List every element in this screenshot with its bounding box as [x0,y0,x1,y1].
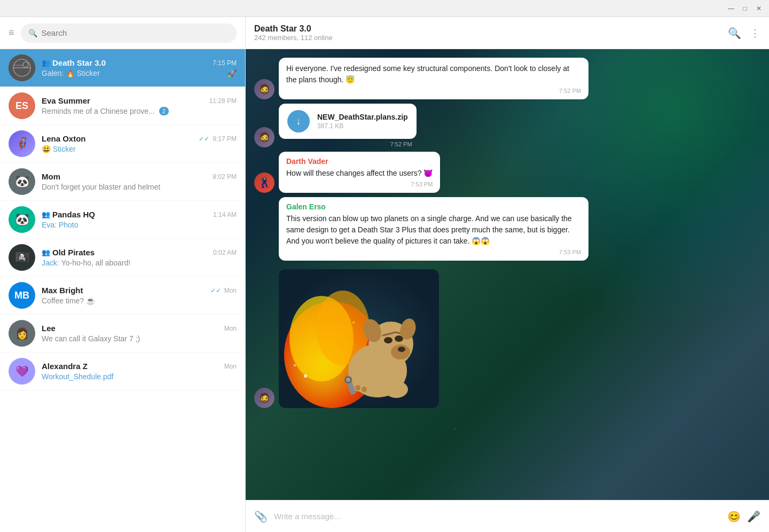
avatar-lee: 👩 [9,320,35,347]
sticker-sender-avatar: 🧔 [254,388,274,408]
avatar-alexandra: 💜 [9,358,35,385]
message-text-1: Hi everyone. I've redesigned some key st… [286,63,581,85]
maximize-button[interactable]: □ [741,5,749,12]
chat-time-pandas: 1:14 AM [213,211,237,218]
chat-info-eva-summer: Eva Summer 11:28 PM Reminds me of a Chin… [42,96,237,115]
sidebar: ≡ 🔍 [0,17,246,532]
chat-name-lee: Lee [42,324,56,333]
voice-icon[interactable]: 🎤 [747,510,760,523]
message-input[interactable] [274,512,721,521]
search-icon: 🔍 [28,29,37,37]
svg-point-16 [398,347,405,352]
file-size: 387.1 KB [317,122,408,130]
group-icon-pirates: 👥 [42,248,50,256]
chat-subtitle: 242 members, 112 online [254,34,728,42]
file-download-button[interactable]: ↓ [287,110,310,132]
chat-preview-alexandra: Workout_Shedule.pdf [42,372,237,381]
chat-info-mom: Mom 8:02 PM Don't forget your blaster an… [42,172,237,191]
sticker-row: 🧔 [254,269,760,408]
search-chat-button[interactable]: 🔍 [728,27,741,40]
messages-area: 🧔 Hi everyone. I've redesigned some key … [246,49,769,500]
message-bubble-4: Galen Erso This version can blow up two … [279,197,588,261]
message-bubble-1: Hi everyone. I've redesigned some key st… [279,58,588,99]
chat-info-lena: Lena Oxton ✓✓ 9:17 PM 😀 Sticker [42,134,237,153]
chat-item-pandas-hq[interactable]: 🐼 👥 Pandas HQ 1:14 AM Eva: Photo [0,201,245,239]
chat-info-max: Max Bright ✓✓ Mon Coffee time? ☕ [42,286,237,305]
chat-item-lee[interactable]: 👩 Lee Mon We can call it Galaxy Star 7 ;… [0,315,245,353]
emoji-icon[interactable]: 😊 [727,510,741,523]
chat-item-eva-summer[interactable]: ES Eva Summer 11:28 PM Reminds me of a C… [0,87,245,125]
message-time-4: 7:53 PM [286,249,581,255]
unread-badge-eva: 2 [159,107,169,115]
sidebar-header: ≡ 🔍 [0,17,245,49]
chat-header-info: Death Star 3.0 242 members, 112 online [254,24,728,42]
svg-point-17 [384,337,393,343]
chat-header-actions: 🔍 ⋮ [728,27,760,40]
chat-item-alexandra[interactable]: 💜 Alexandra Z Mon Workout_Shedule.pdf [0,353,245,390]
chat-preview-max: Coffee time? ☕ [42,296,237,305]
menu-icon[interactable]: ≡ [9,27,14,38]
svg-point-23 [355,385,360,390]
chat-time-death-star: 7:15 PM [213,59,237,67]
chat-item-death-star[interactable]: 👥 Death Star 3.0 7:15 PM Galen: 🔥 Sticke… [0,49,245,87]
chat-time-max: Mon [224,287,237,294]
svg-point-11 [294,364,296,366]
message-row-3: 🦹 Darth Vader How will these changes aff… [254,152,760,193]
avatar-eva-summer: ES [9,92,35,119]
msg-avatar-2: 🧔 [254,127,274,147]
group-icon: 👥 [42,59,50,67]
chat-name-death-star: 👥 Death Star 3.0 [42,58,106,67]
chat-item-lena-oxton[interactable]: 🦸 Lena Oxton ✓✓ 9:17 PM 😀 Sticker [0,125,245,163]
chat-item-old-pirates[interactable]: 🏴‍☠️ 👥 Old Pirates 0:02 AM Jack: Yo-ho-h… [0,239,245,277]
attachment-icon[interactable]: 📎 [254,510,268,523]
search-input[interactable] [42,28,229,37]
chat-title: Death Star 3.0 [254,24,728,34]
chat-time-alexandra: Mon [224,363,237,370]
file-name: NEW_DeathStar.plans.zip [317,113,408,121]
avatar-pandas-hq: 🐼 [9,206,35,233]
sticker-message [279,269,439,408]
close-button[interactable]: ✕ [755,5,763,12]
svg-point-27 [346,378,350,382]
svg-point-24 [362,387,367,392]
chat-area: Death Star 3.0 242 members, 112 online 🔍… [246,17,769,532]
avatar-max-bright: MB [9,282,35,309]
avatar-death-star [9,54,35,81]
chat-header-row: 👥 Death Star 3.0 7:15 PM [42,58,237,67]
chat-item-max-bright[interactable]: MB Max Bright ✓✓ Mon Coffee time? ☕ [0,277,245,315]
chat-time-lee: Mon [224,325,237,332]
chat-name-lena: Lena Oxton [42,134,86,143]
file-bubble: ↓ NEW_DeathStar.plans.zip 387.1 KB [279,104,417,139]
chat-preview-pandas: Eva: Photo [42,221,237,229]
chat-time-mom: 8:02 PM [213,173,237,181]
chat-preview-mom: Don't forget your blaster and helmet [42,183,237,191]
more-options-button[interactable]: ⋮ [750,27,760,40]
sender-name-darth: Darth Vader [286,157,433,166]
app: ≡ 🔍 [0,17,769,532]
svg-point-15 [391,345,410,359]
chat-info-lee: Lee Mon We can call it Galaxy Star 7 ;) [42,324,237,343]
group-icon-pandas: 👥 [42,210,50,218]
chat-info-death-star: 👥 Death Star 3.0 7:15 PM Galen: 🔥 Sticke… [42,58,237,77]
chat-time-pirates: 0:02 AM [213,249,237,256]
file-info: NEW_DeathStar.plans.zip 387.1 KB [317,113,408,130]
avatar-mom: 🐼 [9,168,35,195]
chat-name-mom: Mom [42,172,60,181]
chat-preview-eva: Reminds me of a Chinese prove... 2 [42,107,237,115]
pin-icon: 🚀 [227,69,237,77]
chat-name-max: Max Bright [42,286,83,295]
svg-point-12 [352,322,355,324]
chat-time-eva: 11:28 PM [209,97,237,105]
chat-name-eva-summer: Eva Summer [42,96,90,105]
chat-list: 👥 Death Star 3.0 7:15 PM Galen: 🔥 Sticke… [0,49,245,532]
message-row-4: Galen Erso This version can blow up two … [254,197,760,261]
search-box[interactable]: 🔍 [21,24,237,43]
minimize-button[interactable]: — [727,5,735,12]
chat-header: Death Star 3.0 242 members, 112 online 🔍… [246,17,769,49]
msg-avatar-1: 🧔 [254,79,274,99]
chat-preview-lena: 😀 Sticker [42,145,237,153]
window-chrome: — □ ✕ [0,0,769,17]
chat-item-mom[interactable]: 🐼 Mom 8:02 PM Don't forget your blaster … [0,163,245,201]
message-row-1: 🧔 Hi everyone. I've redesigned some key … [254,58,760,99]
file-time: 7:52 PM [279,141,417,147]
